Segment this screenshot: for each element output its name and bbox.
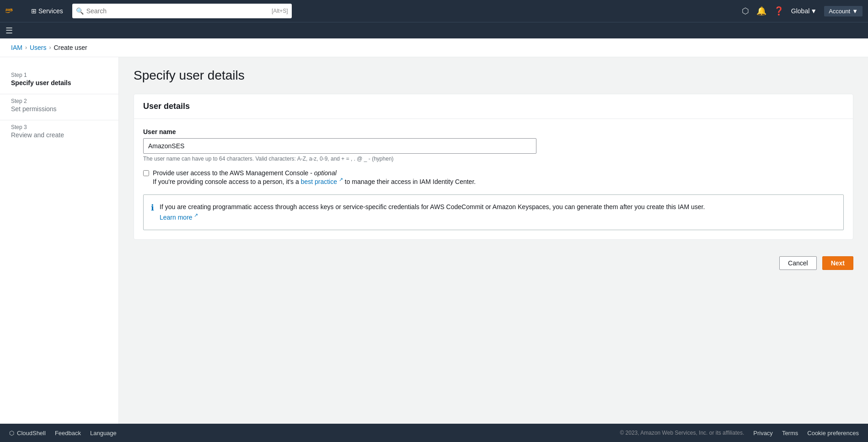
footer-right: © 2023, Amazon Web Services, Inc. or its… (620, 430, 859, 437)
services-button[interactable]: ⊞ Services (27, 5, 67, 16)
sidebar-step-3[interactable]: Step 3 Review and create (0, 120, 118, 146)
step-3-name: Review and create (11, 131, 107, 139)
language-link[interactable]: Language (90, 430, 117, 437)
hamburger-icon[interactable]: ☰ (5, 26, 13, 36)
username-group: User name The user name can have up to 6… (143, 128, 844, 162)
search-input[interactable] (86, 7, 269, 15)
breadcrumb-sep-1: › (25, 44, 27, 51)
chevron-down-icon: ▼ (810, 7, 817, 15)
card-title: User details (143, 102, 844, 111)
step-3-label: Step 3 (11, 124, 107, 130)
search-shortcut: [Alt+S] (272, 8, 288, 14)
breadcrumb-users[interactable]: Users (30, 44, 47, 51)
main-content: Specify user details User details User n… (119, 57, 868, 424)
cloudshell-nav-icon[interactable]: ⬡ (742, 6, 749, 16)
breadcrumb-sep-2: › (49, 44, 51, 51)
breadcrumb-current: Create user (54, 44, 87, 51)
secondary-nav: ☰ (0, 22, 868, 38)
page-title: Specify user details (134, 68, 853, 83)
breadcrumb: IAM › Users › Create user (0, 38, 868, 57)
info-text-content: If you are creating programmatic access … (160, 202, 705, 223)
learn-more-link[interactable]: Learn more ↗ (160, 214, 198, 221)
account-menu[interactable]: Account ▼ (824, 6, 863, 16)
copyright: © 2023, Amazon Web Services, Inc. or its… (620, 430, 744, 436)
next-button[interactable]: Next (822, 256, 853, 270)
nav-right: ⬡ 🔔 ❓ Global ▼ Account ▼ (742, 6, 863, 16)
search-icon: 🔍 (76, 7, 84, 15)
username-label: User name (143, 128, 844, 135)
grid-icon: ⊞ (31, 7, 37, 15)
best-practice-link[interactable]: best practice ↗ (301, 178, 343, 185)
privacy-link[interactable]: Privacy (753, 430, 773, 437)
cloudshell-footer-icon: ⬡ (9, 430, 14, 437)
username-input[interactable] (143, 138, 536, 154)
account-name: Account (829, 8, 850, 15)
console-access-checkbox[interactable] (143, 170, 149, 176)
aws-logo[interactable]: aws (5, 6, 22, 16)
top-nav: aws ⊞ Services 🔍 [Alt+S] ⬡ 🔔 ❓ Global ▼ … (0, 0, 868, 22)
help-icon[interactable]: ❓ (774, 6, 784, 16)
region-label: Global (791, 7, 809, 15)
card-header: User details (134, 94, 853, 119)
console-access-row: Provide user access to the AWS Managemen… (143, 169, 844, 185)
cloudshell-footer[interactable]: ⬡ CloudShell (9, 430, 46, 437)
svg-text:aws: aws (5, 7, 13, 12)
feedback-link[interactable]: Feedback (55, 430, 81, 437)
services-label: Services (38, 7, 63, 15)
sidebar-step-1[interactable]: Step 1 Specify user details (0, 68, 118, 94)
step-2-name: Set permissions (11, 105, 107, 113)
terms-link[interactable]: Terms (782, 430, 798, 437)
search-bar: 🔍 [Alt+S] (72, 4, 292, 18)
console-hint-text: If you're providing console access to a … (153, 178, 476, 185)
user-details-card: User details User name The user name can… (134, 94, 853, 240)
main-layout: Step 1 Specify user details Step 2 Set p… (0, 57, 868, 424)
card-body: User name The user name can have up to 6… (134, 119, 853, 239)
breadcrumb-iam[interactable]: IAM (11, 44, 22, 51)
step-2-label: Step 2 (11, 98, 107, 104)
cookie-link[interactable]: Cookie preferences (807, 430, 859, 437)
learn-more-external-icon: ↗ (194, 213, 198, 218)
step-1-name: Specify user details (11, 79, 107, 86)
console-access-label: Provide user access to the AWS Managemen… (153, 169, 476, 185)
sidebar: Step 1 Specify user details Step 2 Set p… (0, 57, 119, 424)
footer: ⬡ CloudShell Feedback Language © 2023, A… (0, 424, 868, 442)
info-icon: ℹ (151, 203, 154, 213)
notifications-icon[interactable]: 🔔 (756, 6, 766, 16)
external-link-icon: ↗ (339, 177, 343, 182)
step-1-label: Step 1 (11, 72, 107, 78)
info-box: ℹ If you are creating programmatic acces… (143, 194, 844, 231)
region-selector[interactable]: Global ▼ (791, 7, 817, 15)
account-chevron-icon: ▼ (852, 8, 858, 15)
cloudshell-footer-label: CloudShell (17, 430, 46, 437)
username-hint: The user name can have up to 64 characte… (143, 156, 844, 162)
actions-bar: Cancel Next (134, 249, 853, 274)
sidebar-step-2[interactable]: Step 2 Set permissions (0, 94, 118, 120)
cancel-button[interactable]: Cancel (779, 256, 817, 270)
